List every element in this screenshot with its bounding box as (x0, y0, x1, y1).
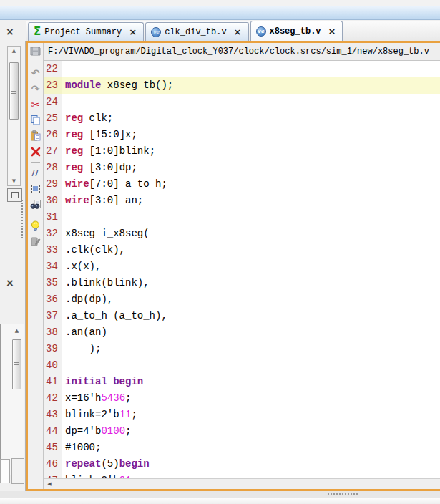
horizontal-scrollbar[interactable]: ◀ (44, 478, 440, 489)
scrollbar-thumb[interactable] (9, 62, 19, 120)
toggle-comment-icon[interactable]: // (29, 167, 41, 179)
code-text: .a_to_h (a_to_h), (62, 308, 440, 324)
code-line[interactable]: 39 ); (44, 341, 440, 357)
code-text: x8seg i_x8seg( (62, 226, 440, 242)
tab-clk-div-tb[interactable]: ve clk_div_tb.v × (145, 22, 248, 41)
code-text (62, 61, 440, 77)
sigma-icon: Σ (34, 26, 41, 37)
code-text (62, 94, 440, 110)
scroll-down-icon[interactable]: ▼ (12, 177, 16, 185)
code-line[interactable]: 41initial begin (44, 374, 440, 390)
cut-icon[interactable]: ✂ (29, 98, 41, 110)
redo-icon[interactable]: ↷ (29, 82, 41, 94)
tab-project-summary[interactable]: Σ Project Summary × (28, 22, 144, 41)
undo-icon[interactable]: ↶ (29, 67, 41, 79)
code-line[interactable]: 45#1000; (44, 440, 440, 456)
delete-icon[interactable] (29, 145, 41, 158)
bottom-splitter-strip (0, 491, 440, 498)
left-panel-close-icon[interactable]: × (6, 26, 14, 37)
scrollbar-thumb[interactable] (12, 339, 21, 389)
code-line[interactable]: 33.clk(clk), (44, 242, 440, 258)
code-line[interactable]: 38.an(an) (44, 324, 440, 341)
code-line[interactable]: 32x8seg i_x8seg( (44, 226, 440, 242)
find-in-file-icon[interactable] (29, 198, 41, 210)
syntax-check-icon[interactable] (29, 220, 41, 232)
code-text: reg clk; (62, 110, 440, 127)
code-line[interactable]: 43blink=2'b11; (44, 407, 440, 423)
left-panel-corner-button[interactable] (7, 188, 22, 202)
line-number: 35 (44, 275, 62, 291)
code-line[interactable]: 46repeat(5)begin (44, 456, 440, 472)
edit-read-only-icon[interactable] (29, 236, 41, 248)
code-line[interactable]: 35.blink(blink), (44, 275, 440, 291)
code-line[interactable]: 30wire[3:0] an; (44, 193, 440, 209)
splitter-handle-horizontal[interactable] (328, 493, 358, 495)
code-text (62, 357, 440, 374)
line-number: 41 (44, 374, 62, 390)
line-number: 28 (44, 160, 62, 176)
line-number: 43 (44, 407, 62, 423)
code-text: ); (62, 341, 440, 357)
code-line[interactable]: 31 (44, 209, 440, 226)
save-icon[interactable] (29, 45, 41, 57)
code-text: wire[3:0] an; (62, 193, 440, 209)
line-number: 40 (44, 357, 62, 374)
code-lines[interactable]: 2223module x8seg_tb();2425reg clk;26reg … (44, 61, 440, 478)
tab-label: clk_div_tb.v (165, 27, 226, 37)
close-icon[interactable]: × (234, 27, 242, 37)
code-text: .clk(clk), (62, 242, 440, 258)
left-panel2: ▲ ▼ (0, 324, 24, 475)
toolbar-separator (31, 215, 40, 215)
code-text: #1000; (62, 440, 440, 456)
code-text: module x8seg_tb(); (62, 77, 440, 94)
copy-icon[interactable] (29, 114, 41, 126)
code-line[interactable]: 25reg clk; (44, 110, 440, 127)
left-panel2-scrollbar[interactable]: ▲ ▼ (11, 326, 23, 471)
scroll-left-icon[interactable]: ◀ (44, 481, 55, 487)
code-text: .an(an) (62, 324, 440, 341)
code-editor-panel: ↶ ↷ ✂ // F:/VIVADO_program/Digital_clock… (26, 41, 440, 491)
code-text: .x(x), (62, 258, 440, 275)
tab-label: x8seg_tb.v (270, 26, 321, 37)
code-line[interactable]: 27reg [1:0]blink; (44, 143, 440, 160)
line-number: 22 (44, 61, 62, 77)
line-number: 37 (44, 308, 62, 324)
line-number: 47 (44, 472, 62, 478)
panel-title-band (0, 6, 440, 20)
left-panel2-close-icon[interactable]: × (6, 278, 14, 288)
code-text: blink=2'b01; (62, 472, 440, 478)
code-line[interactable]: 28reg [3:0]dp; (44, 160, 440, 176)
left-panel-scrollbar[interactable]: ▲ ▼ (7, 46, 21, 186)
code-line[interactable]: 24 (44, 94, 440, 110)
editor-toolbar: ↶ ↷ ✂ // (28, 43, 44, 489)
verilog-file-icon: ve (256, 26, 266, 37)
line-number: 46 (44, 456, 62, 472)
tab-x8seg-tb[interactable]: ve x8seg_tb.v × (250, 21, 343, 41)
close-icon[interactable]: × (328, 26, 336, 36)
close-icon[interactable]: × (129, 27, 137, 37)
left-panel-fragment (0, 459, 10, 483)
code-line[interactable]: 34.x(x), (44, 258, 440, 275)
splitter-handle-vertical[interactable] (21, 200, 23, 238)
line-number: 26 (44, 127, 62, 143)
code-line[interactable]: 40 (44, 357, 440, 374)
block-select-icon[interactable] (29, 183, 41, 195)
code-line[interactable]: 26reg [15:0]x; (44, 127, 440, 143)
code-line[interactable]: 47blink=2'b01; (44, 472, 440, 478)
code-line[interactable]: 22 (44, 61, 440, 77)
code-line[interactable]: 42x=16'h5436; (44, 390, 440, 407)
code-line[interactable]: 23module x8seg_tb(); (44, 77, 440, 94)
code-text: blink=2'b11; (62, 407, 440, 423)
code-text: reg [3:0]dp; (62, 160, 440, 176)
code-line[interactable]: 37.a_to_h (a_to_h), (44, 308, 440, 324)
paste-icon[interactable] (29, 130, 41, 142)
scroll-up-icon[interactable]: ▲ (15, 326, 19, 335)
code-line[interactable]: 29wire[7:0] a_to_h; (44, 176, 440, 193)
code-text: reg [15:0]x; (62, 127, 440, 143)
scroll-up-icon[interactable]: ▲ (12, 47, 16, 55)
toolbar-separator (31, 162, 40, 163)
line-number: 30 (44, 193, 62, 209)
code-line[interactable]: 44dp=4'b0100; (44, 423, 440, 440)
code-line[interactable]: 36.dp(dp), (44, 291, 440, 308)
line-number: 24 (44, 94, 62, 110)
